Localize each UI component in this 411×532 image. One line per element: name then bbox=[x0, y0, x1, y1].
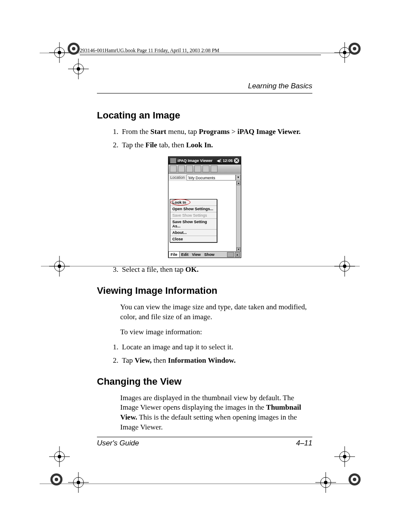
svg-point-41 bbox=[72, 47, 75, 50]
para-viewing-2: To view image information: bbox=[120, 327, 312, 337]
bold-text: Information Window. bbox=[168, 356, 236, 364]
steps-locating-cont: Select a file, then tap OK. bbox=[120, 265, 312, 275]
text: > bbox=[230, 128, 237, 136]
register-target-icon bbox=[47, 444, 72, 470]
scroll-up-icon[interactable]: ▴ bbox=[237, 181, 240, 185]
step-2: Tap View, then Information Window. bbox=[120, 356, 312, 366]
running-head: Learning the Basics bbox=[97, 82, 312, 93]
location-field[interactable]: \My Documents bbox=[187, 174, 236, 180]
menu-item-save-show-settings: Save Show Settings bbox=[170, 212, 217, 219]
text: This is the default setting when opening… bbox=[120, 413, 297, 431]
para-viewing-1: You can view the image size and type, da… bbox=[120, 302, 312, 322]
tab-show[interactable]: Show bbox=[202, 252, 216, 257]
toolbar-button[interactable] bbox=[202, 165, 209, 172]
keyboard-icon[interactable] bbox=[227, 252, 234, 257]
register-target-icon bbox=[65, 56, 91, 82]
device-screenshot: iPAQ Image Viewer ◀ξ 12:05 ✕ Location \M… bbox=[168, 156, 241, 258]
tab-file[interactable]: File bbox=[168, 251, 180, 257]
register-target-icon bbox=[332, 253, 358, 279]
section-heading-changing: Changing the View bbox=[97, 376, 312, 387]
file-menu-popup: Look In Open Show Settings... Save Show … bbox=[170, 199, 217, 243]
menu-item-save-show-as[interactable]: Save Show Setting As... bbox=[170, 219, 217, 230]
step-2: Tap the File tab, then Look In. bbox=[120, 140, 312, 150]
dropdown-icon[interactable]: ▾ bbox=[236, 174, 241, 180]
screenshot-toolbar bbox=[168, 165, 241, 174]
screenshot-time: 12:05 bbox=[223, 159, 233, 163]
rosette-icon bbox=[49, 472, 64, 487]
step-1: From the Start menu, tap Programs > iPAQ… bbox=[120, 127, 312, 137]
tab-edit[interactable]: Edit bbox=[180, 252, 190, 257]
section-heading-locating: Locating an Image bbox=[97, 110, 312, 121]
text: From the bbox=[122, 128, 150, 136]
rosette-icon bbox=[347, 41, 362, 56]
footer-right: 4–11 bbox=[296, 439, 312, 448]
text: Select a file, then tap bbox=[122, 265, 185, 274]
menu-item-close[interactable]: Close bbox=[170, 236, 217, 242]
text: Tap the bbox=[122, 141, 146, 149]
bold-text: iPAQ Image Viewer. bbox=[237, 128, 301, 136]
start-flag-icon[interactable] bbox=[170, 158, 176, 163]
page-content: Learning the Basics Locating an Image Fr… bbox=[97, 82, 312, 438]
bold-text: Programs bbox=[199, 128, 229, 136]
tab-view[interactable]: View bbox=[190, 252, 202, 257]
bold-text: File bbox=[146, 141, 157, 149]
menu-item-look-in[interactable]: Look In bbox=[170, 199, 217, 206]
register-target-icon bbox=[313, 470, 339, 495]
bold-text: Look In. bbox=[186, 141, 213, 149]
svg-point-50 bbox=[353, 478, 356, 481]
steps-locating: From the Start menu, tap Programs > iPAQ… bbox=[120, 127, 312, 150]
screenshot-title: iPAQ Image Viewer bbox=[177, 159, 217, 163]
step-3: Select a file, then tap OK. bbox=[120, 265, 312, 275]
screenshot-titlebar: iPAQ Image Viewer ◀ξ 12:05 ✕ bbox=[168, 157, 241, 165]
text: Tap bbox=[122, 356, 135, 364]
bold-text: Start bbox=[150, 128, 166, 136]
rosette-icon bbox=[66, 41, 81, 56]
bold-text: OK. bbox=[185, 265, 199, 274]
step-1: Locate an image and tap it to select it. bbox=[120, 342, 312, 352]
toolbar-button[interactable] bbox=[194, 165, 201, 172]
text: menu, tap bbox=[166, 128, 199, 136]
scrollbar[interactable]: ▴ ▾ bbox=[236, 181, 241, 252]
rosette-icon bbox=[347, 472, 362, 487]
svg-point-47 bbox=[55, 478, 58, 481]
print-header-text: 293146-001HamrUG.book Page 11 Friday, Ap… bbox=[80, 47, 219, 53]
text: tab, then bbox=[157, 141, 186, 149]
toolbar-button[interactable] bbox=[211, 165, 218, 172]
toolbar-button[interactable] bbox=[178, 165, 185, 172]
footer-left: User's Guide bbox=[97, 439, 139, 448]
steps-viewing: Locate an image and tap it to select it.… bbox=[120, 342, 312, 366]
svg-point-44 bbox=[353, 47, 356, 50]
location-label: Location bbox=[168, 175, 187, 180]
bold-text: View, bbox=[135, 356, 152, 364]
toolbar-button[interactable] bbox=[170, 165, 177, 172]
toolbar-button[interactable] bbox=[186, 165, 193, 172]
close-icon[interactable]: ✕ bbox=[234, 158, 239, 163]
sip-up-icon[interactable]: ▴ bbox=[235, 252, 240, 257]
menu-label: Look In bbox=[172, 200, 186, 205]
print-header: 293146-001HamrUG.book Page 11 Friday, Ap… bbox=[80, 47, 321, 55]
menu-item-open-show-settings[interactable]: Open Show Settings... bbox=[170, 206, 217, 212]
section-heading-viewing: Viewing Image Information bbox=[97, 285, 312, 296]
register-target-icon bbox=[47, 253, 72, 279]
text: then bbox=[152, 356, 168, 364]
menu-item-about[interactable]: About... bbox=[170, 230, 217, 236]
page-footer: User's Guide 4–11 bbox=[97, 437, 312, 448]
para-changing: Images are displayed in the thumbnail vi… bbox=[120, 393, 312, 433]
speaker-icon[interactable]: ◀ξ bbox=[217, 159, 221, 163]
screenshot-menubar: File Edit View Show ▴ bbox=[168, 251, 241, 258]
register-target-icon bbox=[65, 470, 91, 495]
register-target-icon bbox=[332, 444, 358, 470]
